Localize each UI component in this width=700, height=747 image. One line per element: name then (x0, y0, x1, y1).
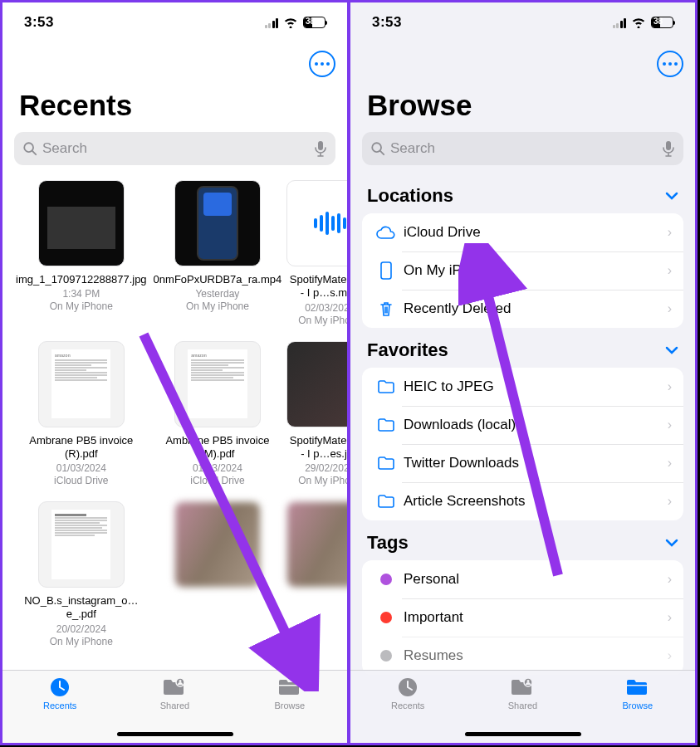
search-input[interactable]: Search (14, 132, 335, 165)
row-label: Twitter Downloads (399, 455, 668, 471)
row-label: Downloads (local) (399, 417, 668, 433)
favorite-item[interactable]: HEIC to JPEG › (362, 368, 683, 406)
folder-icon (377, 494, 395, 509)
section-header-locations[interactable]: Locations (350, 173, 695, 213)
file-item[interactable]: SpotifyMate.com - I p…es.jpg 29/02/2024 … (286, 341, 349, 487)
svg-line-9 (380, 151, 384, 155)
folder-icon (277, 677, 302, 697)
signal-icon (265, 17, 279, 28)
microphone-icon[interactable] (662, 140, 675, 157)
location-recently-deleted[interactable]: Recently Deleted › (362, 290, 683, 328)
clock-icon (397, 676, 419, 698)
chevron-right-icon: › (668, 225, 672, 240)
tab-browse[interactable]: Browse (233, 676, 347, 743)
tab-recents[interactable]: Recents (2, 676, 117, 743)
tags-list: Personal › Important › Resumes › (362, 560, 683, 675)
locations-list: iCloud Drive › On My iPhone › Recently D… (362, 213, 683, 328)
thumbnail-video (174, 180, 261, 266)
section-header-favorites[interactable]: Favorites (350, 328, 695, 368)
location-on-my-iphone[interactable]: On My iPhone › (362, 251, 683, 290)
section-header-tags[interactable]: Tags (350, 520, 695, 560)
status-icons: 38 (265, 17, 326, 28)
status-bar: 3:53 38 (2, 2, 347, 42)
recents-screen: 3:53 38 Recents Search img_1_17097122888… (0, 0, 349, 745)
row-label: On My iPhone (399, 262, 668, 279)
thumbnail-pdf: amazon (174, 341, 261, 427)
row-label: Recently Deleted (399, 300, 668, 317)
file-location: iCloud Drive (152, 475, 284, 486)
browse-screen: 3:53 38 Browse Search Locations iCloud D… (349, 0, 698, 745)
folder-icon (625, 677, 650, 697)
file-name: Ambrane PB5 invoice (M).pdf (152, 434, 284, 461)
page-title: Browse (350, 42, 695, 129)
tab-label: Recents (43, 701, 76, 710)
svg-point-5 (179, 680, 182, 682)
status-time: 3:53 (24, 14, 54, 31)
file-item[interactable]: NO_B.s_instagram_o…e_.pdf 20/02/2024 On … (14, 501, 149, 647)
svg-rect-11 (381, 262, 391, 279)
thumbnail-blurred (174, 501, 261, 588)
chevron-down-icon (665, 192, 678, 200)
file-date: 01/03/2024 (152, 462, 284, 474)
file-item[interactable]: amazon Ambrane PB5 invoice (M).pdf 01/03… (152, 341, 284, 487)
file-item[interactable] (286, 501, 349, 647)
tab-label: Recents (391, 701, 424, 710)
cloud-icon (376, 225, 396, 240)
folder-shared-icon (162, 677, 187, 697)
folder-icon (377, 379, 395, 394)
file-name: SpotifyMate.com - I p…es.jpg (286, 434, 349, 461)
thumbnail-image (38, 180, 125, 266)
iphone-icon (380, 261, 392, 280)
tab-label: Browse (274, 701, 305, 710)
tag-dot-icon (380, 574, 392, 585)
folder-shared-icon (510, 677, 535, 697)
tag-item[interactable]: Important › (362, 598, 683, 637)
search-placeholder: Search (37, 140, 314, 157)
microphone-icon[interactable] (314, 140, 327, 157)
row-label: Important (399, 609, 668, 626)
file-name: img_1_1709712288877.jpg (14, 273, 149, 286)
trash-icon (379, 300, 394, 317)
tab-browse[interactable]: Browse (580, 676, 695, 743)
file-item[interactable] (152, 501, 284, 647)
favorite-item[interactable]: Downloads (local) › (362, 406, 683, 444)
more-button[interactable] (657, 51, 683, 77)
more-button[interactable] (309, 51, 335, 77)
thumbnail-audio (286, 180, 349, 266)
svg-rect-6 (279, 685, 299, 686)
svg-rect-10 (666, 141, 671, 150)
file-date: Yesterday (152, 288, 284, 300)
file-item[interactable]: amazon Ambrane PB5 invoice (R).pdf 01/03… (14, 341, 149, 487)
file-location: On My iPhone (14, 300, 149, 312)
favorite-item[interactable]: Article Screenshots › (362, 482, 683, 520)
tab-label: Shared (508, 701, 537, 710)
chevron-right-icon: › (668, 301, 672, 316)
chevron-right-icon: › (668, 610, 672, 625)
section-title: Favorites (367, 339, 448, 361)
search-icon (22, 141, 37, 156)
wifi-icon (631, 17, 646, 28)
tab-bar: Recents Shared Browse (350, 670, 695, 743)
chevron-right-icon: › (668, 379, 672, 394)
status-bar: 3:53 38 (350, 2, 695, 42)
file-item[interactable]: SpotifyMate.com - I p…s.mp3 02/03/2024 O… (286, 180, 349, 326)
file-location: On My iPhone (14, 636, 149, 647)
location-icloud-drive[interactable]: iCloud Drive › (362, 213, 683, 251)
file-item[interactable]: 0nmFoPxURDB7a_ra.mp4 Yesterday On My iPh… (152, 180, 284, 326)
chevron-right-icon: › (668, 648, 672, 663)
tab-recents[interactable]: Recents (350, 676, 465, 743)
home-indicator[interactable] (117, 732, 233, 736)
battery-icon: 38 (651, 17, 673, 28)
recents-grid: img_1_1709712288877.jpg 1:34 PM On My iP… (2, 173, 347, 654)
tab-bar: Recents Shared Browse (2, 670, 347, 743)
svg-rect-2 (318, 141, 323, 150)
search-input[interactable]: Search (362, 132, 683, 165)
status-time: 3:53 (372, 14, 402, 31)
chevron-right-icon: › (668, 417, 672, 432)
file-item[interactable]: img_1_1709712288877.jpg 1:34 PM On My iP… (14, 180, 149, 326)
tag-item[interactable]: Personal › (362, 560, 683, 598)
favorite-item[interactable]: Twitter Downloads › (362, 444, 683, 482)
section-title: Locations (367, 185, 453, 207)
home-indicator[interactable] (465, 732, 581, 736)
file-date: 29/02/2024 (286, 462, 349, 474)
